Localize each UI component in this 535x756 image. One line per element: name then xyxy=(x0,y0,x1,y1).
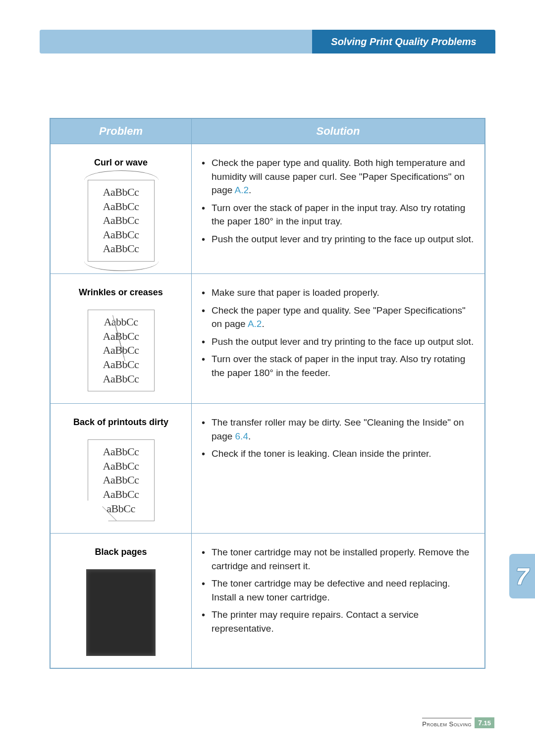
page-ref-link[interactable]: A.2 xyxy=(235,185,249,195)
sample-blackpage-icon xyxy=(86,569,156,656)
list-item: Check the paper type and quality. See "P… xyxy=(202,304,475,331)
problem-title: Wrinkles or creases xyxy=(55,286,186,299)
solution-list: Check the paper type and quality. Both h… xyxy=(202,156,475,246)
column-header-solution: Solution xyxy=(192,119,485,144)
page-header-bar: Solving Print Quality Problems xyxy=(40,30,495,54)
footer-page-badge: 7.15 xyxy=(475,717,494,728)
table-row: Curl or wave AaBbCc AaBbCc AaBbCc AaBbCc… xyxy=(51,144,485,274)
section-title-tab: Solving Print Quality Problems xyxy=(312,30,495,54)
page-ref-link[interactable]: A.2 xyxy=(248,319,262,329)
chapter-side-tab: 7 xyxy=(509,554,535,598)
list-item: The printer may require repairs. Contact… xyxy=(202,608,475,635)
sample-wrinkle-icon: AabbCc AaBbCc AaBbCc AaBbCc AaBbCc xyxy=(88,310,155,391)
column-header-problem: Problem xyxy=(51,119,192,144)
list-item: Turn over the stack of paper in the inpu… xyxy=(202,201,475,228)
troubleshooting-table: Problem Solution Curl or wave AaBbCc AaB… xyxy=(50,118,485,669)
list-item: Push the output lever and try printing t… xyxy=(202,232,475,246)
table-row: Wrinkles or creases AabbCc AaBbCc AaBbCc… xyxy=(51,274,485,404)
solution-list: The toner cartridge may not be installed… xyxy=(202,545,475,635)
table-row: Back of printouts dirty AaBbCc AaBbCc Aa… xyxy=(51,404,485,534)
problem-title: Back of printouts dirty xyxy=(55,416,186,429)
solution-list: The transfer roller may be dirty. See "C… xyxy=(202,416,475,461)
list-item: Make sure that paper is loaded properly. xyxy=(202,286,475,300)
list-item: Turn over the stack of paper in the inpu… xyxy=(202,352,475,379)
table-row: Black pages The toner cartridge may not … xyxy=(51,534,485,668)
chapter-number: 7 xyxy=(516,563,529,590)
page-ref-link[interactable]: 6.4 xyxy=(235,431,248,441)
list-item: Push the output lever and try printing t… xyxy=(202,335,475,349)
section-title: Solving Print Quality Problems xyxy=(331,36,476,48)
list-item: The toner cartridge may be defective and… xyxy=(202,577,475,604)
page-footer: Problem Solving 7.15 xyxy=(422,717,494,728)
sample-dirtyback-icon: AaBbCc AaBbCc AaBbCc AaBbCc aBbCc xyxy=(88,439,155,521)
list-item: Check if the toner is leaking. Clean ins… xyxy=(202,447,475,461)
problem-title: Black pages xyxy=(55,545,186,558)
solution-list: Make sure that paper is loaded properly.… xyxy=(202,286,475,379)
list-item: The transfer roller may be dirty. See "C… xyxy=(202,416,475,443)
problem-title: Curl or wave xyxy=(55,156,186,169)
footer-section-label: Problem Solving xyxy=(422,718,472,728)
sample-curl-icon: AaBbCc AaBbCc AaBbCc AaBbCc AaBbCc xyxy=(88,180,155,262)
list-item: The toner cartridge may not be installed… xyxy=(202,545,475,573)
list-item: Check the paper type and quality. Both h… xyxy=(202,156,475,197)
